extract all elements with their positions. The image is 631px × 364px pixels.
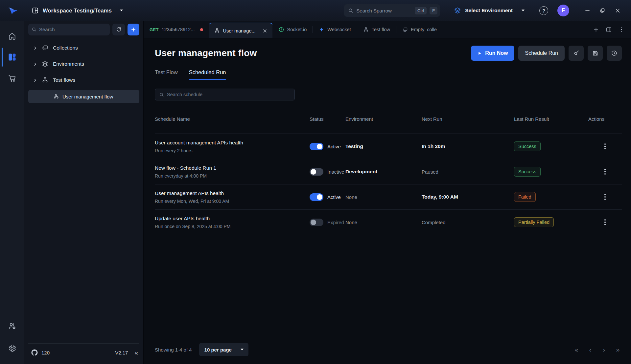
websocket-icon bbox=[319, 27, 324, 32]
refresh-icon bbox=[116, 27, 122, 32]
close-button[interactable] bbox=[613, 6, 622, 15]
schedule-toggle[interactable] bbox=[310, 193, 323, 201]
schedule-toggle[interactable] bbox=[310, 168, 323, 176]
run-now-button[interactable]: Run Now bbox=[471, 46, 514, 61]
maximize-button[interactable] bbox=[597, 6, 607, 15]
table-footer: Showing 1-4 of 4 10 per page « ‹ › » bbox=[155, 343, 622, 364]
result-badge: Success bbox=[514, 141, 541, 151]
play-icon bbox=[478, 51, 482, 55]
settings-nav-button[interactable] bbox=[5, 341, 19, 355]
row-actions-menu-button[interactable] bbox=[602, 141, 608, 152]
schedule-search-input[interactable] bbox=[167, 92, 291, 97]
selected-flow-label: User management flow bbox=[62, 94, 113, 99]
schedule-toggle[interactable] bbox=[310, 143, 323, 150]
next-page-button[interactable]: › bbox=[600, 347, 608, 353]
status-cell: Active bbox=[310, 193, 345, 201]
clear-flow-button[interactable] bbox=[569, 46, 584, 61]
global-search[interactable]: Ctrl F bbox=[344, 4, 440, 17]
sidebar-item-test-flows[interactable]: Test flows bbox=[28, 72, 139, 88]
schedule-search[interactable] bbox=[155, 89, 295, 100]
table-row: New flow - Schedule Run 1 Run everyday a… bbox=[155, 159, 622, 184]
gear-icon bbox=[8, 344, 16, 353]
sidebar-item-label: Collections bbox=[53, 45, 78, 51]
tab-strip: GET 12345678912... User manage... bbox=[144, 21, 631, 38]
home-nav-button[interactable] bbox=[5, 29, 19, 43]
kbd-f: F bbox=[430, 7, 437, 14]
column-header-status: Status bbox=[310, 116, 345, 122]
tab-empty-collection[interactable]: Empty_colle bbox=[396, 21, 443, 38]
sidebar-item-label: Test flows bbox=[53, 77, 75, 83]
tab-scheduled-run-view[interactable]: Scheduled Run bbox=[189, 69, 226, 80]
page-header: User management flow Run Now Schedule Ru… bbox=[155, 46, 622, 61]
collapse-icon: « bbox=[134, 349, 138, 356]
column-header-next-run: Next Run bbox=[422, 116, 514, 122]
sidebar-item-environments[interactable]: Environments bbox=[28, 56, 139, 72]
sidebar-search-input[interactable] bbox=[39, 27, 106, 32]
sidebar-item-user-management-flow[interactable]: User management flow bbox=[28, 90, 139, 103]
page-size-select[interactable]: 10 per page bbox=[199, 343, 248, 356]
close-tab-button[interactable] bbox=[262, 28, 268, 34]
last-run-result-cell: Success bbox=[514, 141, 588, 151]
tab-rest-request[interactable]: GET 12345678912... bbox=[144, 21, 209, 38]
app-window: Workspace Testing/Teams Ctrl F Select En… bbox=[0, 0, 631, 364]
previous-page-button[interactable]: ‹ bbox=[586, 347, 594, 353]
tab-test-flow[interactable]: Test flow bbox=[357, 21, 396, 38]
schedule-name: User management APIs health bbox=[155, 190, 310, 196]
row-actions-menu-button[interactable] bbox=[602, 166, 608, 177]
workspace-modules-nav-button[interactable] bbox=[5, 50, 19, 64]
help-button[interactable]: ? bbox=[539, 6, 548, 15]
flow-icon bbox=[214, 28, 220, 33]
workspace-selector[interactable]: Workspace Testing/Teams bbox=[32, 7, 123, 14]
refresh-button[interactable] bbox=[112, 24, 125, 35]
column-header-environment: Environment bbox=[345, 116, 422, 122]
first-page-button[interactable]: « bbox=[573, 347, 580, 353]
home-icon bbox=[8, 32, 16, 40]
row-actions-menu-button[interactable] bbox=[602, 217, 608, 228]
global-search-input[interactable] bbox=[356, 8, 412, 13]
schedule-toggle[interactable] bbox=[310, 219, 323, 226]
kebab-menu-icon bbox=[604, 219, 606, 221]
new-tab-button[interactable] bbox=[593, 27, 599, 33]
toggle-knob bbox=[317, 194, 322, 200]
unsaved-dot-icon bbox=[200, 28, 203, 31]
avatar[interactable]: F bbox=[557, 5, 569, 16]
rail-bottom bbox=[5, 319, 19, 355]
environment-selector[interactable]: Select Environment bbox=[454, 7, 525, 14]
kebab-menu-icon bbox=[604, 169, 606, 170]
minimize-button[interactable] bbox=[582, 6, 592, 15]
community-nav-button[interactable] bbox=[5, 319, 19, 333]
last-page-button[interactable]: » bbox=[614, 347, 622, 353]
tab-user-management-flow[interactable]: User manage... bbox=[209, 23, 272, 38]
table-row: User management APIs health Run every Mo… bbox=[155, 184, 622, 210]
header-actions: Run Now Schedule Run bbox=[471, 46, 622, 61]
schedule-run-button[interactable]: Schedule Run bbox=[518, 46, 565, 61]
workspace-label: Workspace Testing/Teams bbox=[43, 8, 112, 14]
sidebar-search[interactable] bbox=[28, 24, 110, 35]
status-label: Active bbox=[327, 144, 341, 149]
schedule-recurrence: Run every Mon, Wed, Fri at 9:00 AM bbox=[155, 199, 310, 204]
more-options-button[interactable] bbox=[619, 27, 624, 32]
tab-label: Test flow bbox=[372, 27, 390, 32]
tab-label: Websocket bbox=[327, 27, 351, 32]
save-button[interactable] bbox=[588, 46, 603, 61]
row-actions-menu-button[interactable] bbox=[602, 191, 608, 203]
history-icon bbox=[611, 50, 618, 56]
tab-websocket[interactable]: Websocket bbox=[313, 21, 357, 38]
toggle-knob bbox=[311, 169, 316, 175]
github-icon[interactable] bbox=[31, 349, 38, 356]
collections-icon bbox=[402, 27, 408, 32]
sidebar-item-collections[interactable]: Collections bbox=[28, 40, 139, 56]
table-row: User account management APIs health Run … bbox=[155, 134, 622, 159]
history-button[interactable] bbox=[607, 46, 622, 61]
add-new-button[interactable] bbox=[128, 24, 139, 35]
schedule-name-cell: User management APIs health Run every Mo… bbox=[155, 190, 310, 204]
schedule-name: User account management APIs health bbox=[155, 140, 310, 146]
layers-icon bbox=[454, 7, 461, 14]
schedule-name: New flow - Schedule Run 1 bbox=[155, 165, 310, 171]
tab-label: 12345678912... bbox=[162, 27, 195, 32]
tab-test-flow-view[interactable]: Test Flow bbox=[155, 69, 178, 80]
marketplace-nav-button[interactable] bbox=[5, 71, 19, 85]
collapse-sidebar-button[interactable]: « bbox=[134, 350, 138, 356]
tab-socketio[interactable]: Socket.io bbox=[272, 21, 313, 38]
split-view-button[interactable] bbox=[606, 27, 612, 33]
